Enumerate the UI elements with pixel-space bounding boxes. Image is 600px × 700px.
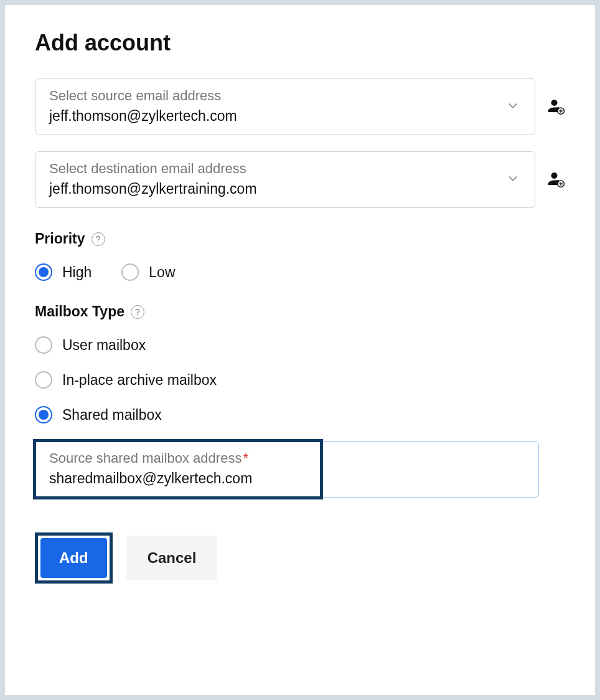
source-email-label: Select source email address	[49, 88, 521, 104]
mailbox-type-radio-archive[interactable]: In-place archive mailbox	[35, 371, 565, 389]
add-button[interactable]: Add	[40, 538, 107, 578]
priority-low-label: Low	[149, 264, 175, 281]
priority-radio-low[interactable]: Low	[121, 263, 175, 281]
source-row: Select source email address jeff.thomson…	[35, 78, 565, 135]
mailbox-type-radio-group: User mailbox In-place archive mailbox Sh…	[35, 336, 565, 423]
priority-radio-high[interactable]: High	[35, 263, 91, 281]
destination-email-select[interactable]: Select destination email address jeff.th…	[35, 151, 535, 208]
shared-mailbox-input-row: Source shared mailbox address*	[35, 441, 565, 498]
add-account-panel: Add account Select source email address …	[5, 5, 595, 695]
destination-email-label: Select destination email address	[49, 161, 521, 177]
tutorial-highlight: Add	[35, 532, 113, 584]
chevron-down-icon	[506, 99, 520, 115]
priority-label: Priority	[35, 230, 85, 247]
add-user-icon[interactable]	[546, 169, 565, 191]
radio-icon	[35, 371, 52, 389]
mailbox-type-radio-shared[interactable]: Shared mailbox	[35, 406, 565, 423]
help-icon[interactable]: ?	[91, 232, 105, 246]
shared-mailbox-label: Source shared mailbox address*	[49, 450, 525, 466]
tutorial-highlight	[33, 439, 323, 499]
destination-email-value: jeff.thomson@zylkertraining.com	[49, 181, 521, 197]
mailbox-shared-label: Shared mailbox	[62, 407, 162, 423]
shared-mailbox-input[interactable]	[49, 470, 525, 487]
radio-icon	[35, 406, 52, 423]
page-title: Add account	[35, 30, 565, 56]
required-mark: *	[243, 450, 248, 466]
chevron-down-icon	[506, 172, 520, 188]
source-email-select[interactable]: Select source email address jeff.thomson…	[35, 78, 535, 135]
help-icon[interactable]: ?	[131, 305, 144, 319]
source-email-value: jeff.thomson@zylkertech.com	[49, 108, 521, 125]
cancel-button[interactable]: Cancel	[126, 536, 218, 580]
priority-radio-group: High Low	[35, 263, 565, 281]
mailbox-user-label: User mailbox	[62, 337, 146, 354]
radio-icon	[35, 336, 52, 354]
priority-high-label: High	[62, 264, 91, 281]
shared-mailbox-field-wrap: Source shared mailbox address*	[35, 441, 539, 498]
button-row: Add Cancel	[35, 532, 565, 584]
mailbox-type-radio-user[interactable]: User mailbox	[35, 336, 565, 354]
mailbox-type-section-label: Mailbox Type ?	[35, 303, 565, 320]
radio-icon	[35, 263, 52, 281]
shared-mailbox-label-text: Source shared mailbox address	[49, 450, 241, 466]
destination-row: Select destination email address jeff.th…	[35, 151, 565, 208]
radio-icon	[121, 263, 139, 281]
mailbox-type-label: Mailbox Type	[35, 303, 124, 320]
mailbox-archive-label: In-place archive mailbox	[62, 372, 217, 389]
add-user-icon[interactable]	[546, 97, 565, 118]
priority-section-label: Priority ?	[35, 230, 565, 247]
